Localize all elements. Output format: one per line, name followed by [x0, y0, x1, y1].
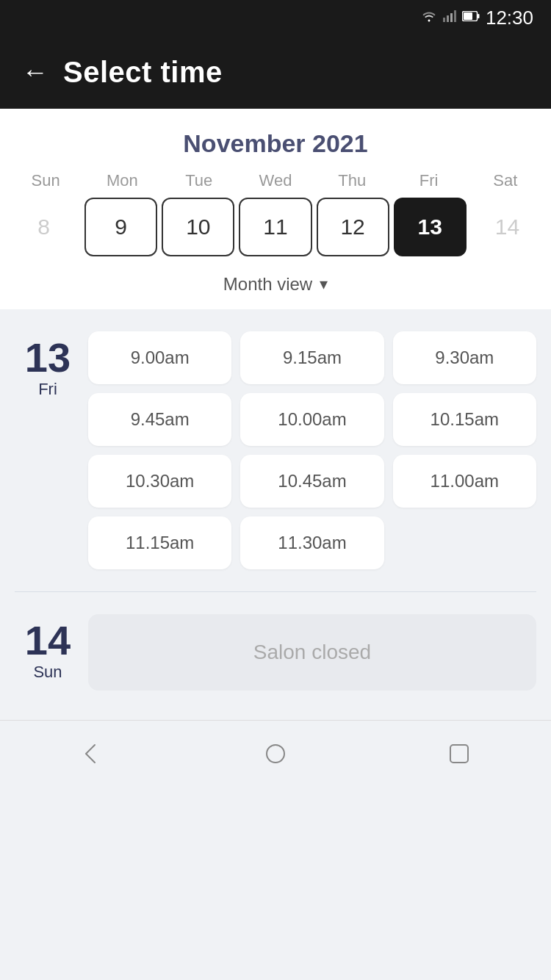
- recent-nav-icon: [446, 741, 472, 767]
- day-11[interactable]: 11: [239, 198, 311, 256]
- nav-recent-button[interactable]: [441, 735, 478, 772]
- svg-rect-3: [454, 10, 456, 22]
- svg-rect-1: [447, 15, 449, 22]
- month-label: November 2021: [0, 129, 551, 158]
- day-name-13: Fri: [38, 380, 57, 399]
- day-14[interactable]: 14: [471, 198, 544, 256]
- slot-930am[interactable]: 9.30am: [393, 331, 536, 384]
- weekday-tue: Tue: [161, 171, 237, 198]
- day-13[interactable]: 13: [394, 198, 467, 256]
- slot-1130am[interactable]: 11.30am: [240, 516, 383, 569]
- slot-1030am[interactable]: 10.30am: [88, 455, 231, 508]
- day-label-14: 14 Sun: [15, 614, 81, 682]
- page-header: ← Select time: [0, 35, 551, 109]
- page-title: Select time: [63, 56, 223, 89]
- slots-grid-13: 9.00am 9.15am 9.30am 9.45am 10.00am 10.1…: [81, 331, 536, 569]
- slot-1115am[interactable]: 11.15am: [88, 516, 231, 569]
- slot-1015am[interactable]: 10.15am: [393, 393, 536, 446]
- weekday-fri: Fri: [390, 171, 467, 198]
- days-row: 8 9 10 11 12 13 14: [0, 198, 551, 268]
- day-group-14: 14 Sun Salon closed: [15, 614, 536, 691]
- slot-945am[interactable]: 9.45am: [88, 393, 231, 446]
- back-nav-icon: [79, 741, 105, 767]
- month-view-label: Month view: [223, 274, 312, 295]
- battery-icon: [462, 11, 480, 24]
- month-view-toggle[interactable]: Month view ▾: [0, 268, 551, 309]
- weekdays-row: Sun Mon Tue Wed Thu Fri Sat: [0, 171, 551, 198]
- calendar-section: November 2021 Sun Mon Tue Wed Thu Fri Sa…: [0, 109, 551, 309]
- day-name-14: Sun: [33, 663, 62, 682]
- day-label-13: 13 Fri: [15, 331, 81, 399]
- weekday-wed: Wed: [237, 171, 314, 198]
- day-number-14: 14: [25, 620, 71, 661]
- nav-home-button[interactable]: [257, 735, 294, 772]
- chevron-down-icon: ▾: [320, 275, 328, 294]
- day-12[interactable]: 12: [317, 198, 389, 256]
- svg-rect-2: [450, 13, 453, 22]
- back-button[interactable]: ←: [22, 59, 48, 85]
- slot-1045am[interactable]: 10.45am: [240, 455, 383, 508]
- slot-900am[interactable]: 9.00am: [88, 331, 231, 384]
- status-bar: 12:30: [0, 0, 551, 35]
- slot-1100am[interactable]: 11.00am: [393, 455, 536, 508]
- day-group-13: 13 Fri 9.00am 9.15am 9.30am 9.45am 10.00…: [15, 331, 536, 569]
- nav-back-button[interactable]: [73, 735, 110, 772]
- status-time: 12:30: [486, 7, 533, 29]
- svg-rect-6: [478, 14, 480, 18]
- day-divider: [15, 591, 536, 592]
- bottom-navigation: [0, 720, 551, 786]
- day-8[interactable]: 8: [7, 198, 80, 256]
- day-10[interactable]: 10: [162, 198, 234, 256]
- salon-closed-box: Salon closed: [88, 614, 536, 691]
- day-9[interactable]: 9: [84, 198, 157, 256]
- slot-915am[interactable]: 9.15am: [240, 331, 383, 384]
- home-nav-icon: [262, 741, 289, 767]
- weekday-sun: Sun: [7, 171, 84, 198]
- wifi-icon: [421, 10, 437, 25]
- timeslots-section: 13 Fri 9.00am 9.15am 9.30am 9.45am 10.00…: [0, 309, 551, 705]
- svg-point-7: [267, 745, 284, 763]
- slot-1000am[interactable]: 10.00am: [240, 393, 383, 446]
- weekday-thu: Thu: [314, 171, 390, 198]
- signal-icon: [443, 10, 456, 25]
- weekday-mon: Mon: [84, 171, 160, 198]
- status-icons: 12:30: [421, 7, 533, 29]
- svg-rect-8: [450, 745, 468, 763]
- day-number-13: 13: [25, 337, 71, 378]
- svg-rect-5: [464, 12, 472, 20]
- weekday-sat: Sat: [467, 171, 544, 198]
- svg-rect-0: [443, 18, 445, 22]
